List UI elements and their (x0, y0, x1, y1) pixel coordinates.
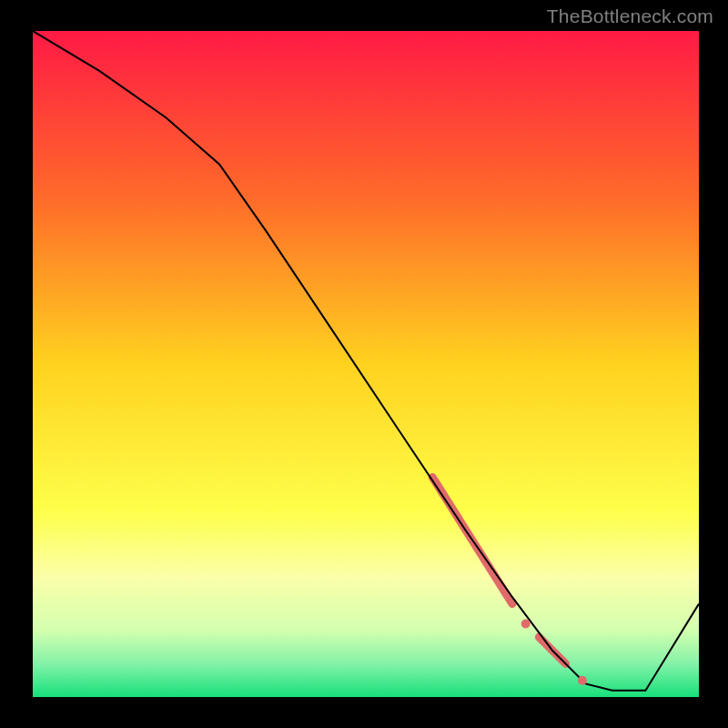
gradient-background (33, 31, 699, 697)
chart-container: { "watermark": "TheBottleneck.com", "cha… (0, 0, 728, 728)
svg-point-3 (578, 676, 587, 685)
plot-area (33, 31, 699, 697)
svg-point-2 (521, 619, 531, 628)
watermark-text: TheBottleneck.com (547, 5, 713, 27)
chart-svg (33, 31, 699, 697)
